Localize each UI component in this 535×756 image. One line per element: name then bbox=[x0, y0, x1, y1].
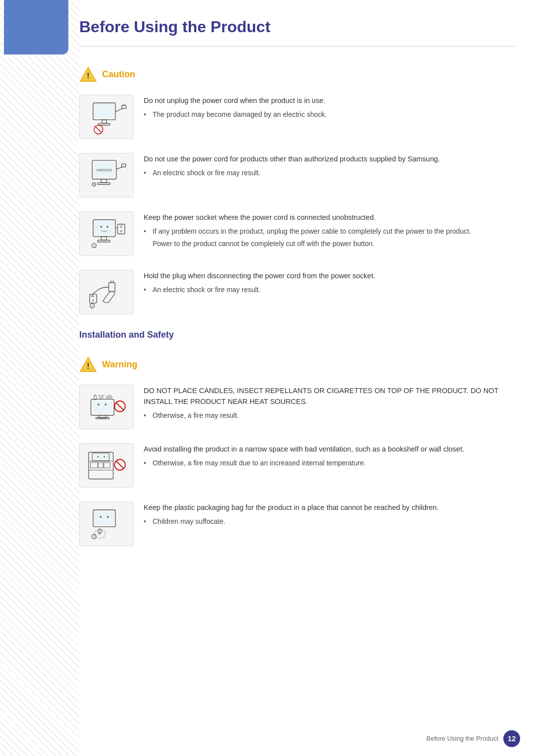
svg-rect-3 bbox=[95, 104, 114, 117]
svg-line-48 bbox=[103, 395, 105, 396]
warning-item-2: Avoid installing the product in a narrow… bbox=[79, 443, 515, 488]
svg-point-46 bbox=[100, 396, 103, 398]
svg-rect-15 bbox=[101, 179, 107, 182]
svg-point-23 bbox=[100, 226, 102, 228]
svg-rect-16 bbox=[98, 182, 110, 184]
svg-rect-32 bbox=[109, 282, 115, 291]
warning-text-2: Avoid installing the product in a narrow… bbox=[144, 443, 515, 470]
caution-item-3: Keep the power socket where the power co… bbox=[79, 211, 515, 256]
caution-bullets-4: An electric shock or fire may result. bbox=[144, 285, 515, 295]
svg-rect-49 bbox=[107, 396, 112, 398]
svg-rect-25 bbox=[101, 236, 107, 240]
svg-point-24 bbox=[107, 226, 108, 228]
svg-rect-65 bbox=[99, 462, 103, 468]
warning-icon-1 bbox=[79, 385, 134, 429]
warning-heading: ! Warning bbox=[79, 356, 515, 372]
svg-point-62 bbox=[98, 456, 99, 457]
svg-point-63 bbox=[104, 456, 105, 457]
svg-point-28 bbox=[120, 226, 122, 228]
svg-rect-66 bbox=[104, 462, 110, 468]
svg-point-37 bbox=[93, 300, 94, 301]
svg-rect-64 bbox=[91, 462, 98, 468]
svg-rect-4 bbox=[102, 119, 107, 123]
warning-item-1: DO NOT PLACE CANDLES, INSECT REPELLANTS … bbox=[79, 385, 515, 429]
caution-icon-2: SAMSUNG bbox=[79, 153, 134, 198]
page-title: Before Using the Product bbox=[79, 15, 515, 47]
caution-text-1: Do not unplug the power cord when the pr… bbox=[144, 95, 515, 122]
caution-bullets-3: If any problem occurs in the product, un… bbox=[144, 226, 515, 237]
svg-line-68 bbox=[116, 460, 124, 468]
svg-line-56 bbox=[116, 402, 124, 410]
svg-rect-43 bbox=[93, 401, 112, 412]
warning-label: Warning bbox=[102, 358, 137, 371]
caution-item-4: Hold the plug when disconnecting the pow… bbox=[79, 270, 515, 314]
svg-point-31 bbox=[93, 244, 96, 247]
caution-text-3: Keep the power socket where the power co… bbox=[144, 211, 515, 249]
svg-rect-5 bbox=[99, 123, 110, 125]
caution-label: Caution bbox=[102, 68, 135, 81]
svg-point-36 bbox=[93, 296, 94, 297]
warning-bullets-1: Otherwise, a fire may result. bbox=[144, 410, 515, 421]
svg-line-47 bbox=[98, 395, 100, 396]
warning-bullets-3: Children may suffocate. bbox=[144, 516, 515, 527]
caution-text-4: Hold the plug when disconnecting the pow… bbox=[144, 270, 515, 297]
caution-bullets-2: An electric shock or fire may result. bbox=[144, 168, 515, 178]
svg-rect-27 bbox=[118, 224, 125, 234]
svg-point-29 bbox=[120, 230, 122, 232]
svg-point-20 bbox=[93, 183, 95, 185]
svg-text:SAMSUNG: SAMSUNG bbox=[97, 168, 112, 171]
svg-rect-18 bbox=[122, 164, 126, 167]
svg-text:!: ! bbox=[87, 72, 89, 80]
svg-rect-7 bbox=[122, 105, 126, 108]
warning-bullets-2: Otherwise, a fire may result due to an i… bbox=[144, 458, 515, 468]
svg-rect-61 bbox=[94, 454, 108, 459]
footer-label: Before Using the Product bbox=[427, 734, 498, 744]
page-footer: Before Using the Product 12 bbox=[427, 730, 520, 747]
caution-icon: ! bbox=[79, 66, 97, 82]
svg-rect-70 bbox=[95, 511, 114, 524]
svg-rect-22 bbox=[95, 221, 114, 234]
svg-point-39 bbox=[91, 304, 94, 307]
diagonal-background bbox=[0, 0, 79, 756]
svg-point-72 bbox=[107, 516, 109, 518]
caution-icon-1 bbox=[79, 95, 134, 139]
caution-heading: ! Caution bbox=[79, 66, 515, 82]
caution-icon-4 bbox=[79, 270, 134, 314]
svg-point-51 bbox=[98, 403, 100, 405]
caution-icon-3 bbox=[79, 211, 134, 256]
page-number: 12 bbox=[503, 730, 520, 747]
warning-text-1: DO NOT PLACE CANDLES, INSECT REPELLANTS … bbox=[144, 385, 515, 423]
caution-bullets-1: The product may become damaged by an ele… bbox=[144, 109, 515, 120]
warning-icon-3 bbox=[79, 502, 134, 546]
svg-rect-35 bbox=[90, 294, 97, 303]
caution-item-2: SAMSUNG Do not use the power cord for pr… bbox=[79, 153, 515, 198]
svg-text:!: ! bbox=[87, 362, 89, 370]
warning-icon: ! bbox=[79, 356, 97, 372]
svg-point-71 bbox=[100, 516, 102, 518]
blue-sidebar-accent bbox=[4, 0, 68, 54]
svg-rect-26 bbox=[98, 240, 110, 242]
svg-point-52 bbox=[105, 403, 107, 405]
svg-line-11 bbox=[96, 126, 102, 133]
caution-text-2: Do not use the power cord for products o… bbox=[144, 153, 515, 180]
warning-icon-2 bbox=[79, 443, 134, 488]
svg-point-79 bbox=[93, 535, 96, 538]
warning-item-3: Keep the plastic packaging bag for the p… bbox=[79, 502, 515, 546]
install-safety-heading: Installation and Safety bbox=[79, 328, 515, 342]
caution-item-1: Do not unplug the power cord when the pr… bbox=[79, 95, 515, 139]
warning-text-3: Keep the plastic packaging bag for the p… bbox=[144, 502, 515, 529]
